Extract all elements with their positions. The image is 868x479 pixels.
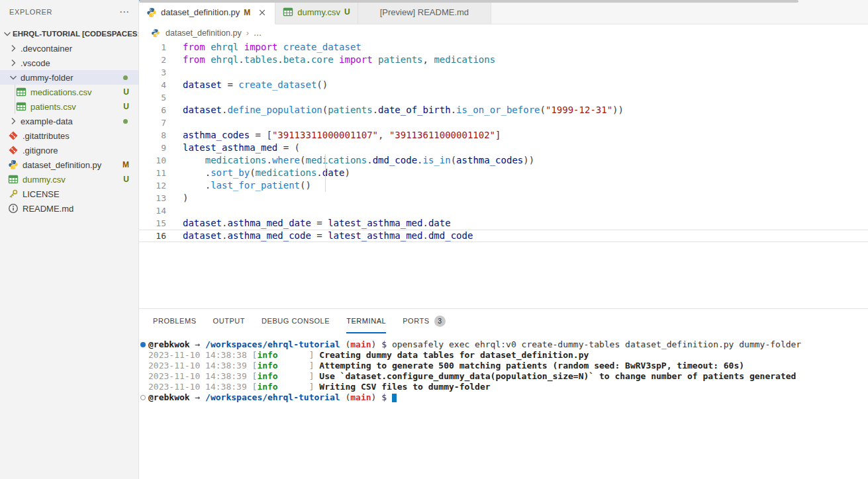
code-token: create_dataset bbox=[238, 79, 316, 90]
tab-preview-readme-md[interactable]: [Preview] README.md bbox=[358, 0, 491, 24]
sidebar-item-dummy-csv[interactable]: dummy.csvU bbox=[0, 172, 138, 187]
breadcrumb-separator: › bbox=[246, 28, 249, 38]
tab-dummy-csv[interactable]: dummy.csvU bbox=[275, 0, 358, 24]
code-line-1[interactable]: 1from ehrql import create_dataset bbox=[139, 41, 868, 54]
terminal-text: Attempting to generate 500 matching pati… bbox=[319, 361, 744, 370]
close-icon[interactable] bbox=[257, 7, 267, 18]
chevron-down-icon bbox=[2, 28, 13, 39]
line-content: dataset.define_population(patients.date_… bbox=[166, 104, 624, 116]
code-token: core bbox=[311, 54, 334, 65]
terminal-text: 2023-11-10 14:38:39 bbox=[148, 371, 252, 381]
code-line-13[interactable]: 13) bbox=[139, 192, 868, 204]
sidebar-item-patients-csv[interactable]: patients.csvU bbox=[0, 99, 138, 114]
code-token: = bbox=[222, 79, 238, 90]
code-token: () bbox=[300, 180, 311, 191]
panel-tab-bar: PROBLEMSOUTPUTDEBUG CONSOLETERMINALPORTS… bbox=[139, 309, 868, 333]
sidebar-item-license[interactable]: LICENSE bbox=[0, 187, 138, 201]
sidebar-item-example-data[interactable]: example-data bbox=[0, 114, 138, 128]
sidebar-item-medications-csv[interactable]: medications.csvU bbox=[0, 85, 138, 99]
panel-tab-label: TERMINAL bbox=[346, 317, 386, 325]
code-line-3[interactable]: 3 bbox=[139, 66, 868, 79]
code-line-7[interactable]: 7 bbox=[139, 116, 868, 129]
sidebar-item-gitignore[interactable]: .gitignore bbox=[0, 143, 138, 157]
terminal[interactable]: @rebkwok → /workspaces/ehrql-tutorial (m… bbox=[139, 333, 868, 403]
more-actions-icon[interactable]: ⋯ bbox=[119, 9, 129, 15]
line-number: 12 bbox=[139, 179, 166, 192]
code-token: . bbox=[422, 218, 428, 228]
vscode-window: EXPLORER ⋯ EHRQL-TUTORIAL [CODESPACES:..… bbox=[0, 0, 868, 479]
code-token: latest_asthma_med bbox=[328, 230, 422, 241]
code-line-4[interactable]: 4dataset = create_dataset() bbox=[139, 79, 868, 91]
csv-icon bbox=[16, 87, 26, 97]
line-content: ) bbox=[166, 192, 188, 204]
file-label: medications.csv bbox=[30, 87, 91, 97]
code-token: dataset bbox=[183, 230, 222, 241]
workspace-root-item[interactable]: EHRQL-TUTORIAL [CODESPACES:... bbox=[0, 26, 138, 41]
code-line-11[interactable]: 11 .sort_by(medications.date) bbox=[139, 167, 868, 179]
code-token bbox=[238, 42, 244, 52]
sidebar-item-dummy-folder[interactable]: dummy-folder bbox=[0, 70, 138, 85]
chevron-right-icon bbox=[8, 43, 19, 54]
breadcrumb-symbol[interactable]: … bbox=[254, 28, 262, 38]
code-token: asthma_codes bbox=[183, 130, 250, 140]
code-token: is_in bbox=[423, 155, 451, 165]
code-token: beta bbox=[283, 54, 306, 65]
code-token: patients bbox=[378, 54, 422, 65]
code-token: = [ bbox=[250, 130, 272, 140]
sidebar-item-readme-md[interactable]: README.md bbox=[0, 201, 138, 216]
line-number: 6 bbox=[139, 104, 166, 116]
code-line-6[interactable]: 6dataset.define_population(patients.date… bbox=[139, 104, 868, 116]
line-content bbox=[166, 66, 183, 79]
line-content: asthma_codes = ["39113311000001107", "39… bbox=[166, 129, 501, 142]
code-line-8[interactable]: 8asthma_codes = ["39113311000001107", "3… bbox=[139, 129, 868, 142]
terminal-text: Writing CSV files to dummy-folder bbox=[319, 382, 490, 392]
breadcrumb[interactable]: dataset_definition.py › … bbox=[139, 24, 868, 41]
code-token: ] bbox=[495, 130, 501, 140]
code-line-12[interactable]: 12 .last_for_patient() bbox=[139, 179, 868, 192]
tab-dataset-definition-py[interactable]: dataset_definition.pyM bbox=[139, 0, 275, 24]
bottom-panel: PROBLEMSOUTPUTDEBUG CONSOLETERMINALPORTS… bbox=[139, 308, 868, 479]
code-line-10[interactable]: 10 medications.where(medications.dmd_cod… bbox=[139, 154, 868, 167]
code-token: ehrql bbox=[211, 54, 238, 65]
code-token: medications bbox=[256, 167, 317, 178]
terminal-text: ( bbox=[340, 392, 351, 402]
sidebar-item-vscode[interactable]: .vscode bbox=[0, 56, 138, 70]
code-line-14[interactable]: 14 bbox=[139, 204, 868, 217]
tab-overflow-scrollbar[interactable] bbox=[139, 0, 798, 3]
panel-tab-debug-console[interactable]: DEBUG CONSOLE bbox=[262, 309, 330, 333]
panel-tab-output[interactable]: OUTPUT bbox=[213, 309, 246, 333]
panel-tab-label: PROBLEMS bbox=[153, 317, 197, 325]
breadcrumb-file[interactable]: dataset_definition.py bbox=[166, 28, 242, 38]
line-content: dataset = create_dataset() bbox=[166, 79, 328, 91]
sidebar-item-devcontainer[interactable]: .devcontainer bbox=[0, 41, 138, 56]
sidebar-item-gitattributes[interactable]: .gitattributes bbox=[0, 128, 138, 143]
code-token: . bbox=[422, 230, 428, 241]
panel-tab-problems[interactable]: PROBLEMS bbox=[153, 309, 197, 333]
code-token: define_population bbox=[227, 105, 322, 115]
code-token: asthma_codes bbox=[456, 155, 523, 165]
workspace-root-label: EHRQL-TUTORIAL [CODESPACES:... bbox=[13, 30, 138, 38]
prompt-decoration-icon[interactable] bbox=[140, 395, 146, 400]
code-line-5[interactable]: 5 bbox=[139, 91, 868, 104]
file-label: .gitattributes bbox=[23, 131, 70, 141]
terminal-text: ] bbox=[278, 371, 320, 381]
code-token: () bbox=[316, 79, 328, 90]
terminal-text: main bbox=[350, 339, 371, 349]
terminal-text: → bbox=[190, 339, 205, 349]
command-decoration-icon[interactable] bbox=[140, 342, 146, 347]
code-token: . bbox=[266, 155, 271, 165]
code-line-2[interactable]: 2from ehrql.tables.beta.core import pati… bbox=[139, 54, 868, 66]
line-number: 10 bbox=[139, 154, 166, 167]
panel-tab-ports[interactable]: PORTS3 bbox=[403, 309, 445, 333]
code-line-16[interactable]: 16dataset.asthma_med_code = latest_asthm… bbox=[139, 230, 868, 242]
sidebar-item-dataset-definition-py[interactable]: dataset_definition.pyM bbox=[0, 157, 138, 172]
code-editor[interactable]: 1from ehrql import create_dataset2from e… bbox=[139, 41, 868, 308]
line-content: dataset.asthma_med_code = latest_asthma_… bbox=[166, 230, 473, 241]
terminal-text: info bbox=[257, 350, 277, 360]
code-line-15[interactable]: 15dataset.asthma_med_date = latest_asthm… bbox=[139, 217, 868, 230]
code-token: latest_asthma_med bbox=[183, 142, 277, 153]
code-token: is_on_or_before bbox=[456, 105, 540, 115]
panel-tab-terminal[interactable]: TERMINAL bbox=[346, 309, 386, 333]
code-line-9[interactable]: 9latest_asthma_med = ( bbox=[139, 142, 868, 154]
terminal-text: main bbox=[350, 392, 371, 402]
